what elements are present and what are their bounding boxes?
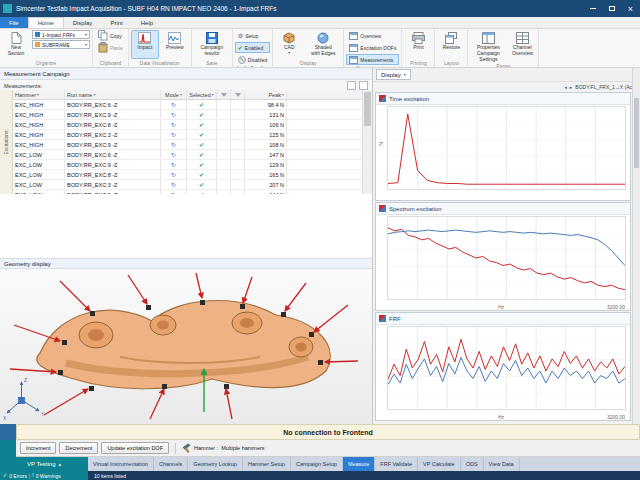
ribbon-group-organize: New Section 1-Impact FRFs ▾ SUBFRAME ▾ O… xyxy=(0,29,93,67)
copy-button[interactable]: Copy xyxy=(95,30,126,41)
restore-label: Restore xyxy=(443,45,461,51)
preview-button[interactable]: Preview xyxy=(161,30,189,59)
selected-check-icon[interactable]: ✔ xyxy=(199,162,204,168)
campaign-results-button[interactable]: Campaign results xyxy=(194,30,230,59)
maximize-icon xyxy=(609,6,615,11)
display-dropdown[interactable]: Display ▾ xyxy=(376,69,411,80)
status-errors-section[interactable]: ✓ 0 Errors | ! 0 Warnings xyxy=(0,471,88,480)
frf-plot[interactable]: Hz 3200.00 xyxy=(376,324,630,420)
table-row[interactable]: EXC_HIGHBODY:RR_EXC:8 -Z↻✔106 N xyxy=(13,120,362,130)
excitation-dofs-toggle[interactable]: Excitation DOFs xyxy=(346,42,399,53)
active-section-combo[interactable]: 1-Impact FRFs ▾ xyxy=(32,30,90,39)
column-peak[interactable]: Peak▾ xyxy=(245,90,287,99)
hammer-value[interactable]: Multiple hammers xyxy=(221,445,264,451)
measurement-campaign-panel: Measurement Campaign Measurements: Excit… xyxy=(0,68,372,424)
bottom-tab-vp-calculate[interactable]: VP Calculate xyxy=(418,457,461,471)
tab-display[interactable]: Display xyxy=(64,17,102,28)
mode-icon: ↻ xyxy=(171,142,176,148)
paste-button[interactable]: Paste xyxy=(95,42,126,53)
bottom-tab-campaign-setup[interactable]: Campaign Setup xyxy=(291,457,343,471)
selected-check-icon[interactable]: ✔ xyxy=(199,142,204,148)
update-excitation-dof-button[interactable]: Update excitation DOF xyxy=(101,442,169,454)
bottom-tab-channels[interactable]: Channels xyxy=(154,457,188,471)
column-hammer[interactable]: Hammer▾ xyxy=(13,90,65,99)
measurement-table-body: EXC_HIGHBODY:RR_EXC:6 -Z↻✔98.4 NEXC_HIGH… xyxy=(13,100,362,194)
column-filter-a[interactable] xyxy=(217,90,231,99)
paste-icon xyxy=(98,42,108,53)
table-row[interactable]: EXC_HIGHBODY:RR_EXC:6 -Z↻✔98.4 N xyxy=(13,100,362,110)
column-filter-b[interactable] xyxy=(231,90,245,99)
spectrum-excitation-plot[interactable]: Hz 3200.00 xyxy=(376,214,630,310)
selected-check-icon[interactable]: ✔ xyxy=(199,122,204,128)
time-excitation-plot[interactable]: N xyxy=(376,104,630,200)
column-selected[interactable]: Selected▾ xyxy=(187,90,217,99)
overview-toggle[interactable]: Overview xyxy=(346,30,399,41)
bottom-tab-hammer-setup[interactable]: Hammer Setup xyxy=(243,457,291,471)
bottom-tab-view-data[interactable]: View Data xyxy=(484,457,520,471)
tab-home[interactable]: Home xyxy=(28,17,64,28)
selected-check-icon[interactable]: ✔ xyxy=(199,132,204,138)
column-run-name[interactable]: Run name▾ xyxy=(65,90,161,99)
audio-setup-button[interactable]: ⚙ Setup xyxy=(235,30,270,41)
next-arrow-icon[interactable]: ▸ xyxy=(570,84,573,90)
bottom-tab-frf-validate[interactable]: FRF Validate xyxy=(375,457,418,471)
table-row[interactable]: EXC_LOWBODY:RR_EXC:3 -Z↻✔207 N xyxy=(13,180,362,190)
cad-cube-icon xyxy=(283,32,295,44)
selected-check-icon[interactable]: ✔ xyxy=(199,182,204,188)
filter-icon[interactable] xyxy=(347,81,356,90)
maximize-button[interactable] xyxy=(602,0,621,17)
table-row[interactable]: EXC_LOWBODY:RR_EXC:8 -Z↻✔165 N xyxy=(13,170,362,180)
channel-overview-button[interactable]: Channel Overview xyxy=(508,30,536,59)
decrement-button[interactable]: Decrement xyxy=(59,442,98,454)
selected-check-icon[interactable]: ✔ xyxy=(199,152,204,158)
increment-button[interactable]: Increment xyxy=(20,442,56,454)
bottom-tab-geometry-lookup[interactable]: Geometry Lookup xyxy=(188,457,243,471)
table-row[interactable]: EXC_LOWBODY:RR_EXC:6 -Z↻✔147 N xyxy=(13,150,362,160)
table-row[interactable]: EXC_HIGHBODY:RR_EXC:3 -Z↻✔125 N xyxy=(13,130,362,140)
subframe-combo[interactable]: SUBFRAME ▾ xyxy=(32,40,90,49)
bottom-tab-ods[interactable]: ODS xyxy=(461,457,484,471)
properties-campaign-settings-button[interactable]: Properties Campaign Settings xyxy=(470,30,506,63)
ribbon-group-data-visualization: Impact Preview Data Visualization xyxy=(129,29,192,67)
tab-help[interactable]: Help xyxy=(132,17,162,28)
charts-scrollbar[interactable] xyxy=(632,68,640,424)
new-section-button[interactable]: New Section xyxy=(2,30,30,59)
bottom-tab-virtual-instrumentation[interactable]: Virtual Instrumentation xyxy=(88,457,154,471)
ribbon-group-panes: Properties Campaign Settings Channel Ove… xyxy=(468,29,539,67)
selected-check-icon[interactable]: ✔ xyxy=(199,172,204,178)
selected-check-icon[interactable]: ✔ xyxy=(199,102,204,108)
scrollbar-thumb[interactable] xyxy=(634,98,639,168)
cad-button[interactable]: CAD ▾ xyxy=(275,30,303,59)
audio-enabled-button[interactable]: ✔ Enabled xyxy=(235,42,270,53)
curve-icon xyxy=(379,315,386,322)
impact-button[interactable]: Impact xyxy=(131,30,159,59)
selected-check-icon[interactable]: ✔ xyxy=(199,192,204,195)
measurements-toggle[interactable]: Measurements xyxy=(346,54,399,65)
tab-print[interactable]: Print xyxy=(101,17,131,28)
audio-disabled-button[interactable]: Disabled xyxy=(235,54,270,65)
minimize-button[interactable] xyxy=(583,0,602,17)
selected-check-icon[interactable]: ✔ xyxy=(199,112,204,118)
tab-file[interactable]: File xyxy=(0,17,28,28)
scrollbar-thumb[interactable] xyxy=(364,92,371,126)
export-icon[interactable] xyxy=(359,81,368,90)
prev-arrow-icon[interactable]: ◂ xyxy=(564,84,567,90)
shaded-with-edges-button[interactable]: Shaded with Edges xyxy=(305,30,341,59)
geometry-viewport[interactable]: ZXY xyxy=(0,269,372,424)
print-button[interactable]: Print xyxy=(404,30,432,59)
separator xyxy=(175,443,176,454)
chevron-down-icon: ▾ xyxy=(37,92,39,97)
restore-button[interactable]: Restore xyxy=(437,30,465,59)
table-row[interactable]: EXC_LOWBODY:RR_EXC:9 -Z↻✔129 N xyxy=(13,160,362,170)
table-row[interactable]: EXC_HIGHBODY:RR_EXC:9 -Z↻✔131 N xyxy=(13,110,362,120)
bottom-tab-measure[interactable]: Measure xyxy=(343,457,375,471)
chevron-down-icon: ▾ xyxy=(180,92,182,97)
column-filler xyxy=(287,90,362,99)
table-row[interactable]: EXC_LOWBODY:RR_EXC:9 -Z↻✔144 N xyxy=(13,190,362,194)
table-scrollbar[interactable] xyxy=(362,90,372,194)
table-row[interactable]: EXC_HIGHBODY:RR_EXC:9 -Z↻✔108 N xyxy=(13,140,362,150)
campaign-results-label: Campaign results xyxy=(200,45,223,57)
column-mode[interactable]: Mode▾ xyxy=(161,90,187,99)
close-button[interactable]: × xyxy=(621,0,640,17)
vp-testing-button[interactable]: VP Testing ▴ xyxy=(0,457,88,471)
